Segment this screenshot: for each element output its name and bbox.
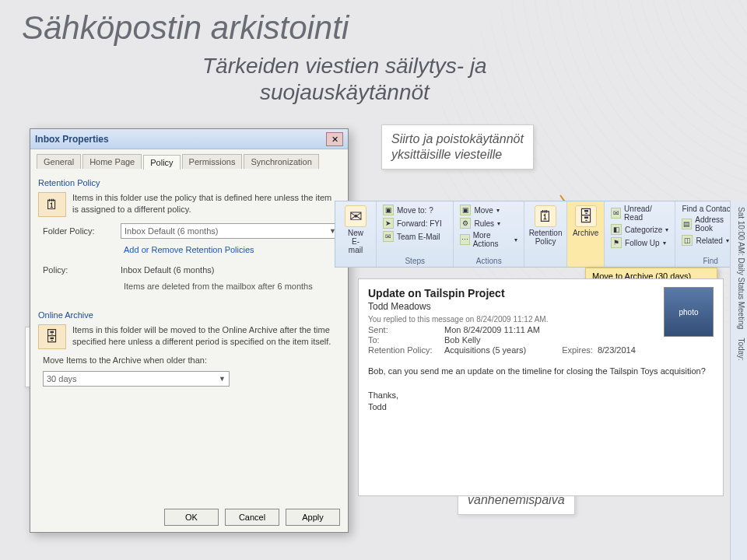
rules-icon: ⚙ — [460, 218, 471, 229]
tab-policy[interactable]: Policy — [143, 155, 180, 170]
ribbon-label: Related — [696, 236, 722, 245]
team-email-button[interactable]: ✉Team E-Mail — [383, 230, 447, 243]
flag-icon: ⚑ — [611, 237, 622, 248]
tab-home-page[interactable]: Home Page — [82, 154, 142, 169]
to-label: To: — [368, 335, 440, 345]
ribbon-label: Unread/ Read — [624, 205, 668, 222]
more-icon: ⋯ — [460, 234, 469, 245]
rules-button[interactable]: ⚙Rules ▾ — [460, 217, 517, 229]
todo-appointment: Sat 10:00 AM: Daily Status Meeting — [737, 207, 745, 329]
forward-icon: ➤ — [383, 218, 394, 229]
ribbon-label: Find a Contact — [682, 205, 732, 213]
archive-button[interactable]: 🗄 Archive — [573, 204, 598, 239]
ribbon-label: Team E-Mail — [397, 233, 440, 241]
mail-icon: ✉ — [345, 205, 366, 227]
ribbon-label: Move — [474, 206, 493, 215]
message-from: Todd Meadows — [368, 301, 714, 312]
categorize-button[interactable]: ◧Categorize ▾ — [611, 223, 668, 236]
archive-description: Items in this folder will be moved to th… — [72, 324, 340, 348]
ribbon-label: Categorize — [625, 226, 662, 234]
unread-read-button[interactable]: ✉Unread/ Read — [611, 204, 668, 222]
dialog-titlebar[interactable]: Inbox Properties ✕ — [30, 129, 348, 149]
forward-fyi-button[interactable]: ➤Forward: FYI — [383, 217, 447, 229]
policy-label: Policy: — [43, 265, 113, 275]
ribbon-label: Archive — [573, 229, 598, 237]
ribbon-label: Move to: ? — [397, 206, 433, 215]
tab-general[interactable]: General — [37, 154, 81, 169]
apply-button[interactable]: Apply — [286, 509, 340, 526]
retention-value: Acquisitions (5 years) — [444, 345, 526, 355]
inbox-properties-dialog: Inbox Properties ✕ General Home Page Pol… — [30, 128, 349, 533]
retention-label: Retention Policy: — [368, 345, 440, 355]
envelope-icon: ✉ — [611, 208, 621, 219]
new-email-label: New E-mail — [345, 229, 366, 254]
ribbon-label: Follow Up — [625, 239, 659, 247]
ribbon-label: Rules — [474, 219, 494, 228]
ribbon-label: Retention Policy — [529, 229, 563, 246]
add-remove-policies-link[interactable]: Add or Remove Retention Policies — [124, 245, 340, 254]
folder-policy-combo[interactable]: Inbox Default (6 months) ▼ — [121, 223, 340, 239]
message-signature-1: Thanks, — [368, 390, 714, 401]
archive-icon: 🗄 — [575, 205, 597, 227]
move-older-combo[interactable]: 30 days ▼ — [43, 371, 230, 387]
to-value: Bob Kelly — [444, 335, 480, 345]
todo-bar[interactable]: Sat 10:00 AM: Daily Status Meeting Today… — [730, 201, 747, 560]
expires-label: Expires: — [562, 345, 593, 355]
folder-policy-label: Folder Policy: — [43, 226, 113, 236]
chevron-down-icon: ▼ — [219, 375, 226, 383]
ribbon-group-actions: Actions — [460, 257, 517, 265]
message-subject: Update on Tailspin Project — [368, 287, 714, 299]
move-icon: ▣ — [460, 205, 471, 215]
close-icon[interactable]: ✕ — [326, 132, 343, 146]
page-title: Sähköpostin arkistointi — [22, 9, 349, 47]
callout-per-message: Siirto ja poistokäytännöt yksittäisille … — [381, 124, 534, 170]
retention-icon: 🗓 — [535, 205, 556, 227]
more-actions-button[interactable]: ⋯More Actions ▾ — [460, 230, 517, 249]
book-icon: ▤ — [682, 219, 692, 229]
folder-policy-value: Inbox Default (6 months) — [124, 226, 218, 236]
page-subtitle: Tärkeiden viestien säilytys- ja suojausk… — [202, 53, 487, 105]
tab-permissions[interactable]: Permissions — [182, 154, 243, 169]
ok-button[interactable]: OK — [164, 509, 219, 526]
category-icon: ◧ — [611, 224, 622, 235]
expires-value: 8/23/2014 — [598, 345, 636, 355]
message-replied-info: You replied to this message on 8/24/2009… — [368, 315, 714, 324]
new-email-button[interactable]: ✉ New E-mail — [342, 204, 370, 256]
section-archive-title: Online Archive — [38, 310, 340, 320]
ribbon-label: More Actions — [473, 231, 511, 248]
dialog-title: Inbox Properties — [35, 134, 109, 145]
todo-today: Today: — [737, 338, 745, 360]
retention-icon: 🗓 — [38, 192, 66, 217]
retention-description: Items in this folder use the policy that… — [72, 192, 340, 215]
retention-policy-button[interactable]: 🗓 Retention Policy — [531, 204, 560, 247]
move-older-value: 30 days — [47, 374, 77, 383]
team-icon: ✉ — [383, 231, 394, 242]
section-retention-title: Retention Policy — [38, 178, 340, 187]
tab-synchronization[interactable]: Synchronization — [244, 154, 318, 169]
sender-avatar: photo — [664, 287, 714, 337]
follow-up-button[interactable]: ⚑Follow Up ▾ — [611, 236, 668, 249]
cancel-button[interactable]: Cancel — [225, 509, 279, 526]
related-icon: ◫ — [682, 235, 693, 246]
ribbon: ✉ New E-mail ▣Move to: ? ➤Forward: FYI ✉… — [335, 201, 747, 268]
message-signature-2: Todd — [368, 401, 714, 413]
policy-value: Inbox Default (6 months) — [121, 265, 340, 275]
ribbon-label: Forward: FYI — [397, 219, 442, 228]
policy-info: Items are deleted from the mailbox after… — [124, 281, 340, 292]
message-body: Bob, can you send me an update on the ti… — [368, 366, 714, 377]
sent-label: Sent: — [368, 325, 440, 334]
sent-value: Mon 8/24/2009 11:11 AM — [444, 325, 540, 334]
move-older-label: Move Items to the Archive when older tha… — [43, 355, 335, 365]
move-button[interactable]: ▣Move ▾ — [460, 204, 517, 216]
folder-icon: ▣ — [383, 205, 394, 215]
move-to-button[interactable]: ▣Move to: ? — [383, 204, 447, 216]
archive-icon: 🗄 — [38, 324, 66, 349]
ribbon-group-steps: Steps — [383, 257, 447, 265]
reading-pane: photo Update on Tailspin Project Todd Me… — [358, 278, 724, 496]
